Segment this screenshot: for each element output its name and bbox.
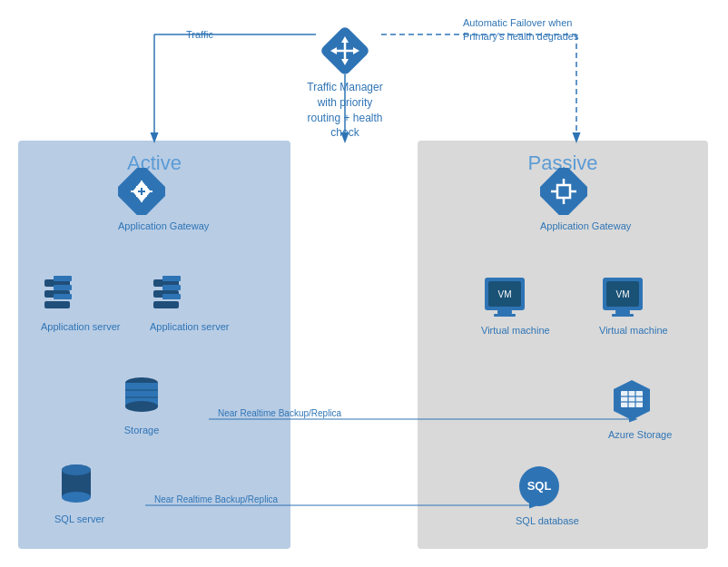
vm-1-label: Virtual machine bbox=[481, 324, 550, 337]
svg-text:SQL: SQL bbox=[527, 479, 552, 493]
sql-server-label: SQL server bbox=[54, 513, 104, 525]
sql-server: SQL server bbox=[54, 461, 104, 525]
svg-rect-32 bbox=[162, 276, 181, 281]
failover-text: Automatic Failover whenPrimary's health … bbox=[463, 16, 608, 44]
svg-rect-54 bbox=[494, 314, 516, 317]
svg-point-37 bbox=[125, 401, 158, 412]
storage-active-label: Storage bbox=[118, 424, 165, 436]
app-server-2: Application server bbox=[150, 272, 229, 333]
app-gateway-active: Application Gateway bbox=[118, 168, 209, 232]
svg-point-42 bbox=[62, 492, 91, 503]
backup-sql-label: Near Realtime Backup/Replica bbox=[154, 494, 278, 504]
svg-rect-53 bbox=[497, 310, 512, 314]
azure-storage-label: Azure Storage bbox=[608, 428, 672, 441]
vm-2: VM Virtual machine bbox=[599, 272, 668, 337]
svg-rect-59 bbox=[612, 314, 634, 317]
svg-text:VM: VM bbox=[498, 289, 512, 299]
tm-label: Traffic Managerwith priorityrouting + he… bbox=[281, 80, 408, 141]
svg-rect-44 bbox=[540, 168, 587, 215]
backup-storage-label: Near Realtime Backup/Replica bbox=[218, 408, 341, 418]
svg-rect-26 bbox=[54, 276, 72, 281]
vm-2-label: Virtual machine bbox=[599, 324, 668, 337]
svg-rect-33 bbox=[162, 285, 181, 290]
azure-storage: Azure Storage bbox=[608, 376, 672, 441]
svg-text:VM: VM bbox=[616, 289, 630, 299]
traffic-manager-icon bbox=[321, 27, 369, 74]
app-server-1-label: Application server bbox=[41, 320, 120, 333]
svg-rect-27 bbox=[54, 285, 72, 290]
app-gateway-passive: Application Gateway bbox=[540, 168, 631, 232]
svg-rect-25 bbox=[44, 301, 70, 308]
svg-rect-61 bbox=[621, 391, 643, 407]
vm-1: VM Virtual machine bbox=[481, 272, 550, 337]
app-server-1: Application server bbox=[41, 272, 120, 333]
svg-rect-31 bbox=[153, 301, 179, 308]
svg-rect-34 bbox=[162, 294, 181, 299]
diagram: Active Passive Traffic Automatic Failove… bbox=[0, 0, 728, 567]
app-server-2-label: Application server bbox=[150, 320, 229, 333]
traffic-manager-block: Traffic Managerwith priorityrouting + he… bbox=[281, 27, 408, 141]
app-gateway-active-label: Application Gateway bbox=[118, 220, 209, 232]
svg-rect-28 bbox=[54, 294, 72, 299]
sql-database-label: SQL database bbox=[516, 514, 579, 527]
app-gateway-passive-label: Application Gateway bbox=[540, 220, 631, 232]
storage-active: Storage bbox=[118, 372, 165, 436]
traffic-label: Traffic bbox=[186, 29, 213, 40]
svg-rect-58 bbox=[615, 310, 630, 314]
svg-point-43 bbox=[62, 464, 91, 475]
sql-database: SQL SQL database bbox=[516, 463, 579, 527]
